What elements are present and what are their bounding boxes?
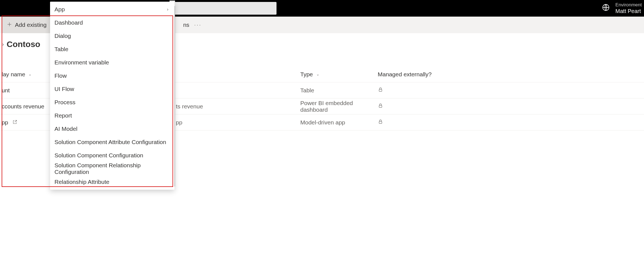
dropdown-item-solution-component-relationship-configuration[interactable]: Solution Component Relationship Configur… [50,162,174,175]
search-input[interactable] [174,2,277,15]
command-fragment: ns [183,22,189,28]
add-existing-dropdown: App › Dashboard Dialog Table Environment… [50,2,174,190]
globe-icon [602,3,610,13]
dropdown-item-dashboard[interactable]: Dashboard [50,16,174,29]
dropdown-item-process[interactable]: Process [50,96,174,109]
chevron-right-icon[interactable]: › [2,41,4,47]
environment-switcher[interactable]: Environment Matt Peart [602,2,642,14]
dropdown-item-ai-model[interactable]: AI Model [50,122,174,135]
row-type: Model-driven app [300,119,378,126]
open-external-icon[interactable] [12,119,17,126]
row-name: ts revenue [176,103,300,110]
add-existing-label: Add existing [15,22,46,28]
lock-icon [378,87,644,94]
more-commands-button[interactable]: ··· [194,22,202,28]
dropdown-item-app[interactable]: App › [50,3,174,16]
dropdown-item-ui-flow[interactable]: UI Flow [50,82,174,96]
environment-name: Matt Peart [616,8,642,14]
row-type: Table [300,87,378,94]
svg-rect-3 [379,121,382,124]
row-name: pp [176,119,300,126]
dropdown-item-report[interactable]: Report [50,109,174,122]
lock-icon [378,103,644,110]
svg-rect-2 [379,105,382,108]
dropdown-item-environment-variable[interactable]: Environment variable [50,56,174,69]
dropdown-item-solution-component-configuration[interactable]: Solution Component Configuration [50,149,174,162]
row-type: Power BI embedded dashboard [300,100,378,113]
dropdown-item-flow[interactable]: Flow [50,69,174,82]
chevron-down-icon: ⌄ [28,72,32,76]
dropdown-item-relationship-attribute[interactable]: Relationship Attribute [50,175,174,189]
column-header-managed-externally[interactable]: Managed externally? [378,71,644,78]
page-title: Contoso [7,40,40,49]
dropdown-item-table[interactable]: Table [50,43,174,56]
environment-label: Environment [616,2,642,8]
chevron-down-icon: ⌄ [316,72,319,76]
lock-icon [378,119,644,126]
column-header-type[interactable]: Type ⌄ [300,71,378,78]
dropdown-item-solution-component-attribute-configuration[interactable]: Solution Component Attribute Configurati… [50,135,174,149]
svg-rect-1 [379,89,382,92]
plus-icon [7,22,12,28]
dropdown-item-dialog[interactable]: Dialog [50,29,174,43]
chevron-right-icon: › [167,7,168,12]
